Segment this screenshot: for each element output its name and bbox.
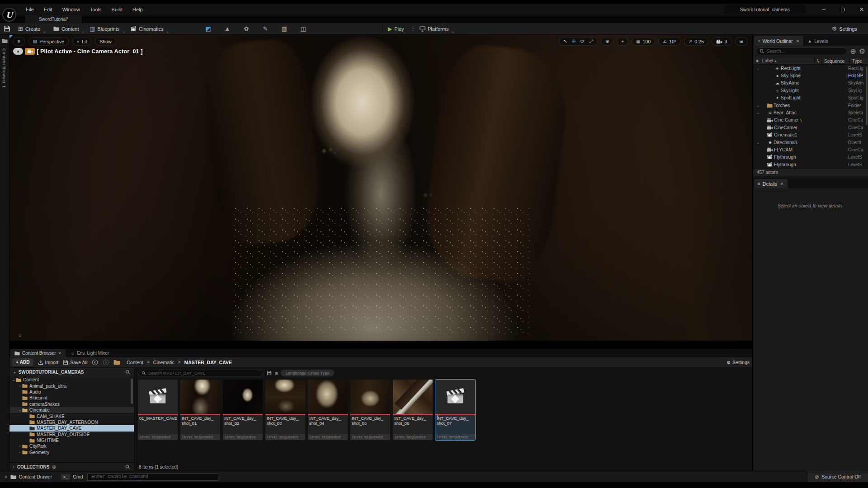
tree-item-cinematic[interactable]: ⌄ Cinematic (9, 407, 134, 413)
outliner-row[interactable]: ● Sky Sphe Edit BP (753, 72, 868, 79)
create-menu[interactable]: ⊞ Create⌄ (18, 23, 46, 34)
breadcrumb-cinematic[interactable]: Cinematic (153, 360, 175, 365)
menu-edit[interactable]: Edit (39, 7, 57, 12)
eject-pilot-button[interactable]: ▲ (13, 48, 23, 55)
tree-scrollbar[interactable] (131, 379, 133, 404)
filter-chip-landscape-grass-type[interactable]: Landscape Grass Type (281, 370, 334, 376)
foliage-mode-icon[interactable]: ✿ (241, 25, 252, 32)
outliner-row[interactable]: Flythrough LevelS (753, 154, 868, 161)
scale-tool-icon[interactable]: ⤢ (589, 38, 593, 44)
cmd-selector[interactable]: >_ Cmd (57, 471, 87, 482)
outliner-row[interactable]: Flythrough LevelS (753, 161, 868, 168)
import-button[interactable]: Import (38, 360, 59, 365)
asset-tile-shot-03[interactable]: INT_CAVE_day_ shot_03 LEVEL SEQUENCE (265, 380, 305, 440)
tab-env-light-mixer[interactable]: ☼ Env. Light Mixer (66, 349, 113, 357)
blueprints-menu[interactable]: ▥ Blueprints⌄ (90, 23, 125, 34)
paint-mode-icon[interactable]: ✎ (259, 25, 271, 32)
menu-help[interactable]: Help (127, 7, 148, 12)
select-tool-icon[interactable]: ↖ (563, 38, 567, 44)
source-control-status[interactable]: ⊘ Source Control Off (807, 471, 868, 482)
settings-menu[interactable]: ⚙ Settings (832, 23, 857, 34)
select-mode-icon[interactable]: ◩ (203, 25, 214, 32)
level-viewport[interactable]: ≡ ▧ Perspective ◐ Lit Show ↖ ✛ ⟳ ⤢ ⊕ ⌖ ▦… (9, 35, 752, 349)
collapse-drawer-button[interactable]: ∧ Content Drawer (0, 471, 57, 482)
history-back-button[interactable] (92, 359, 98, 366)
expander-icon[interactable]: ⌄ (756, 109, 760, 116)
outliner-search-input[interactable] (767, 49, 844, 54)
grid-snap-control[interactable]: ▦ 100 (632, 37, 655, 46)
outliner-row[interactable]: FLYCAM CineCa (753, 146, 868, 153)
sequence-column-header[interactable]: Sequence (822, 57, 850, 64)
outliner-row[interactable]: ⌄ Torches Folder (753, 102, 868, 109)
outliner-row[interactable]: ✦ SpotLight SpotLig (753, 94, 868, 102)
scale-snap-control[interactable]: ↗ 0.25 (684, 37, 708, 46)
asset-search[interactable] (138, 370, 264, 376)
save-search-icon[interactable] (267, 371, 272, 375)
outliner-row[interactable]: ☁ SkyAtmo SkyAtm (753, 80, 868, 87)
filter-icon[interactable]: ≡ (275, 371, 278, 376)
add-collection-icon[interactable]: ⊕ (52, 465, 56, 469)
tree-item-blueprint[interactable]: Blueprint (9, 395, 134, 401)
tree-item-camerashakes[interactable]: cameraShakes (9, 401, 134, 407)
tree-item-master-day-cave[interactable]: MASTER_DAY_CAVE (9, 425, 134, 431)
history-forward-button[interactable] (103, 359, 109, 366)
menu-build[interactable]: Build (107, 7, 127, 12)
asset-tile-shot-01[interactable]: INT_CAVE_day_ shot_01 LEVEL SEQUENCE (180, 380, 220, 440)
asset-tile-shot-02[interactable]: INT_CAVE_day_ shot_02 LEVEL SEQUENCE (223, 380, 263, 440)
outliner-row[interactable]: CineCamer CineCa (753, 124, 868, 131)
play-options-button[interactable]: ⋮ (410, 23, 415, 34)
visibility-column-icon[interactable]: ◉ (753, 59, 761, 63)
show-button[interactable]: Show (95, 37, 116, 46)
lit-button[interactable]: ◐ Lit (72, 37, 91, 46)
level-tab[interactable]: SwordTutorial* (25, 15, 82, 23)
tree-item-content[interactable]: ⌄ Content (9, 377, 134, 383)
outliner-row[interactable]: Cinematic1 LevelS (753, 131, 868, 139)
type-column-header[interactable]: Type (850, 57, 868, 64)
save-level-button[interactable] (4, 23, 10, 34)
outliner-row[interactable]: ⌄ ☠ Bear_Attac Skeleta (753, 109, 868, 116)
unreal-logo[interactable]: U (2, 8, 16, 22)
tab-levels[interactable]: ▲ Levels (804, 36, 831, 46)
outliner-search[interactable] (756, 47, 847, 55)
asset-tile-shot-07-selected[interactable]: * INT_CAVE_day_ shot_07 LEVEL SEQUENCE (435, 380, 475, 440)
sources-root[interactable]: ⌄ SWORDTUTORIAL_CAMERAS (9, 368, 134, 376)
save-all-button[interactable]: Save All (63, 360, 87, 365)
asset-tile-shot-06[interactable]: INT_CAVE_day_ shot_06 LEVEL SEQUENCE (393, 380, 433, 440)
cinematics-menu[interactable]: Cinematics⌄ (130, 23, 169, 34)
tree-item-audio[interactable]: Audio (9, 389, 134, 395)
tree-item-cam-shake[interactable]: CAM_SHAKE (9, 413, 134, 419)
close-tab-icon[interactable]: ✕ (58, 351, 61, 356)
content-menu[interactable]: Content⌄ (53, 23, 85, 34)
content-browser-settings-button[interactable]: ⚙ Settings (726, 360, 750, 365)
menu-window[interactable]: Window (57, 7, 85, 12)
outliner-scrollbar[interactable] (866, 66, 868, 125)
tree-item-citypark[interactable]: › CityPark (9, 443, 134, 449)
close-tab-icon[interactable]: ✕ (780, 182, 784, 186)
outliner-row[interactable]: ☼ SkyLight SkyLig (753, 87, 868, 94)
minimize-button[interactable]: – (820, 6, 827, 13)
console-command-input[interactable] (91, 474, 214, 479)
new-folder-icon[interactable]: ⊕ (850, 47, 856, 56)
outliner-row[interactable]: Cine Camer ϟ CineCa (753, 117, 868, 124)
menu-tools[interactable]: Tools (85, 7, 107, 12)
tree-item-master-day-outside[interactable]: MASTER_DAY_OUTSIDE (9, 432, 134, 437)
menu-file[interactable]: File (21, 7, 39, 12)
camera-speed-control[interactable]: 3 (712, 37, 732, 46)
rotation-snap-control[interactable]: ∠ 10° (658, 37, 681, 46)
add-button[interactable]: +ADD (12, 358, 33, 366)
mesh-paint-mode-icon[interactable]: ▥ (278, 25, 290, 32)
expander-icon[interactable]: ⌄ (756, 139, 760, 146)
edit-blueprint-link[interactable]: Edit BP (848, 73, 863, 78)
asset-search-input[interactable] (148, 371, 260, 375)
breadcrumb-content[interactable]: Content (127, 360, 143, 365)
platforms-menu[interactable]: Platforms⌄ (420, 23, 454, 34)
console-command-box[interactable] (87, 473, 218, 481)
move-tool-icon[interactable]: ✛ (572, 38, 576, 44)
tree-item-geometry[interactable]: › Geometry (9, 450, 134, 455)
close-button[interactable]: ✕ (858, 6, 865, 13)
play-button[interactable]: ▶ Play (388, 23, 404, 34)
expander-icon[interactable]: ⌄ (756, 65, 760, 72)
landscape-mode-icon[interactable]: ▲ (222, 25, 233, 32)
info-icon[interactable]: ○ (19, 333, 22, 338)
viewport-options-button[interactable]: ≡ (13, 37, 25, 46)
